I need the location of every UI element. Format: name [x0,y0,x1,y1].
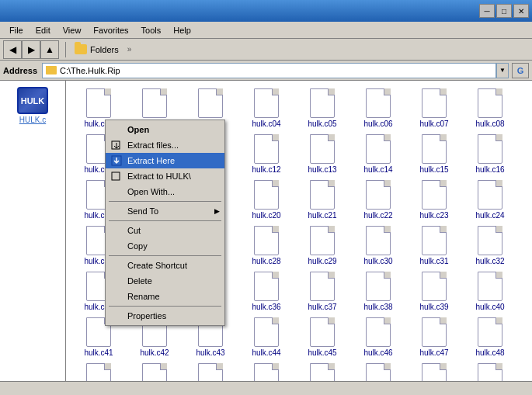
file-icon [366,363,391,381]
file-icon [422,317,447,347]
list-item[interactable]: hulk.c21 [296,178,349,221]
file-label: hulk.c05 [308,120,336,128]
list-item[interactable]: hulk.c15 [408,133,461,175]
list-item[interactable]: hulk.c54 [352,362,405,381]
ctx-create-shortcut-label: Create Shortcut [127,261,187,270]
context-menu: Open Extract files... [105,120,225,326]
file-label: hulk.c21 [308,211,336,220]
menu-help[interactable]: Help [167,24,197,36]
file-label: hulk.c37 [308,303,336,311]
go-button[interactable]: G [512,63,529,78]
toolbar-arrow: » [127,45,132,54]
ctx-extract-here[interactable]: Extract Here [106,153,224,168]
list-item[interactable]: hulk.c32 [464,224,516,267]
list-item[interactable]: hulk.c44 [240,316,293,359]
up-button[interactable]: ▲ [40,40,59,59]
list-item[interactable]: hulk.c40 [464,270,516,313]
file-icon [254,363,279,381]
ctx-open[interactable]: Open [106,122,224,137]
svg-rect-4 [112,172,120,180]
file-icon [478,180,502,210]
list-item[interactable]: hulk.c56 [464,362,516,381]
file-icon [366,226,391,255]
maximize-button[interactable]: □ [496,4,512,18]
list-item[interactable]: hulk.c31 [408,224,461,267]
ctx-separator-1 [109,201,221,202]
list-item[interactable]: hulk.c38 [352,270,405,313]
list-item[interactable]: hulk.c30 [352,224,405,267]
ctx-extract-to[interactable]: Extract to HULK\ [106,168,224,184]
list-item[interactable]: hulk.c16 [464,133,516,175]
ctx-open-with[interactable]: Open With... [106,184,224,199]
address-dropdown[interactable]: ▼ [496,63,509,78]
menu-tools[interactable]: Tools [135,24,168,36]
file-label: hulk.c41 [84,348,113,357]
list-item[interactable]: hulk.c53 [296,362,349,381]
ctx-extract-files[interactable]: Extract files... [106,137,224,153]
list-item[interactable]: hulk.c55 [408,362,461,381]
list-item[interactable]: hulk.c28 [240,224,293,267]
list-item[interactable]: hulk.c29 [296,224,349,267]
ctx-send-to[interactable]: Send To ▶ [106,203,224,219]
extract-here-icon [110,154,123,167]
forward-button[interactable]: ▶ [22,40,40,59]
menu-edit[interactable]: Edit [30,24,57,36]
list-item[interactable]: hulk.c05 [296,87,349,130]
file-icon [478,363,502,381]
send-to-arrow: ▶ [214,207,220,215]
file-label: hulk.c30 [363,257,392,265]
file-label: hulk.c32 [475,257,504,265]
list-item[interactable]: hulk.c22 [352,178,405,221]
list-item[interactable]: hulk.c07 [408,87,461,130]
list-item[interactable]: hulk.c39 [408,270,461,313]
list-item[interactable]: hulk.c49 [72,362,125,381]
menu-view[interactable]: View [57,24,88,36]
list-item[interactable]: hulk.c36 [240,270,293,313]
list-item[interactable]: hulk.c48 [464,316,516,359]
list-item[interactable]: hulk.c13 [296,133,349,175]
list-item[interactable]: hulk.c08 [464,87,516,130]
hulk-file-label: HULK.c [19,116,46,124]
list-item[interactable]: hulk.c46 [352,316,405,359]
address-input-wrap[interactable]: C:\The.Hulk.Rip [42,63,496,78]
menu-favorites[interactable]: Favorites [87,24,134,36]
file-icon [254,226,279,255]
ctx-rename[interactable]: Rename [106,289,224,304]
left-panel: HULK HULK.c [0,81,66,381]
menu-file[interactable]: File [3,24,30,36]
list-item[interactable]: hulk.c24 [464,178,516,221]
list-item[interactable]: hulk.c47 [408,316,461,359]
close-button[interactable]: ✕ [513,4,529,18]
file-icon [86,363,111,381]
ctx-create-shortcut[interactable]: Create Shortcut [106,258,224,273]
list-item[interactable]: hulk.c14 [352,133,405,175]
list-item[interactable]: hulk.c20 [240,178,293,221]
list-item[interactable]: hulk.c51 [184,362,237,381]
list-item[interactable]: hulk.c45 [296,316,349,359]
file-icon [310,88,335,118]
address-folder-icon [46,66,57,74]
file-icon [254,180,279,210]
list-item[interactable]: hulk.c37 [296,270,349,313]
addressbar: Address C:\The.Hulk.Rip ▼ G [0,61,532,81]
ctx-copy[interactable]: Copy [106,238,224,254]
ctx-cut[interactable]: Cut [106,223,224,238]
file-label: hulk.c45 [308,348,336,357]
back-button[interactable]: ◀ [3,40,22,59]
file-icon [478,134,502,164]
minimize-button[interactable]: ─ [479,4,495,18]
folders-button[interactable]: Folders [69,40,124,59]
list-item[interactable]: hulk.c12 [240,133,293,175]
file-icon [254,272,279,301]
file-label: hulk.c06 [363,120,392,128]
ctx-delete[interactable]: Delete [106,273,224,289]
list-item[interactable]: hulk.c04 [240,87,293,130]
file-icon [422,226,447,255]
file-label: hulk.c47 [419,348,448,357]
list-item[interactable]: hulk.c50 [128,362,181,381]
list-item[interactable]: hulk.c52 [240,362,293,381]
list-item[interactable]: hulk.c23 [408,178,461,221]
ctx-properties[interactable]: Properties [106,308,224,324]
file-label: hulk.c28 [252,257,280,265]
list-item[interactable]: hulk.c06 [352,87,405,130]
